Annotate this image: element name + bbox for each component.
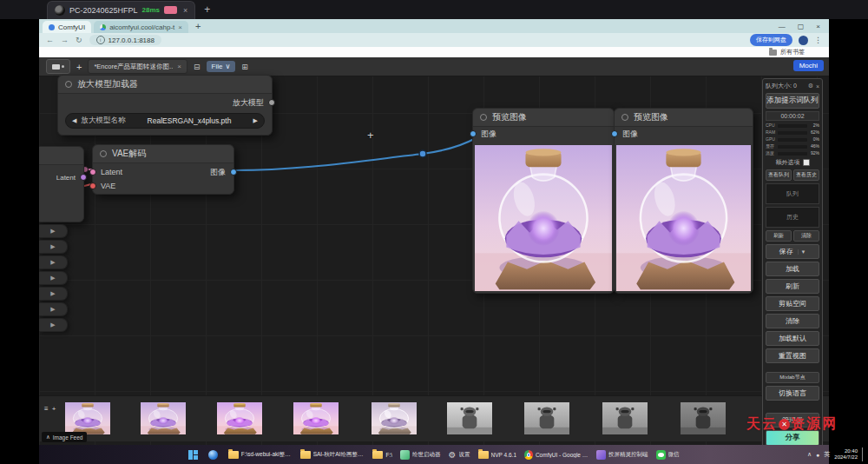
next-value-icon[interactable]: ▶: [253, 117, 258, 124]
profile-avatar[interactable]: [799, 36, 808, 45]
feed-thumbnail[interactable]: [141, 402, 186, 434]
collapse-dot-icon[interactable]: [621, 114, 628, 121]
taskbar-folder-3[interactable]: F:\: [372, 451, 392, 459]
collapsed-node[interactable]: ▶: [39, 224, 68, 238]
feed-thumbnail[interactable]: [65, 402, 110, 434]
file-menu-button[interactable]: File ∨: [207, 61, 236, 72]
feed-thumbnail[interactable]: [372, 402, 417, 434]
taskbar-folder-4[interactable]: NVP 4.6.1: [478, 451, 517, 459]
taskbar-app[interactable]: 投屏精灵控制端: [596, 450, 648, 460]
node-preview-image-1[interactable]: 预览图像 图像: [472, 108, 615, 294]
upscale-model-name-widget[interactable]: ◀ 放大模型名称 RealESRGAN_x4plus.pth ▶: [65, 113, 265, 129]
vae-input-slot[interactable]: [89, 182, 96, 189]
image-output-slot[interactable]: [230, 169, 237, 176]
workflows-button[interactable]: [46, 59, 70, 74]
taskbar-wechat[interactable]: 微信: [656, 450, 680, 460]
start-button[interactable]: [188, 450, 201, 460]
new-session-button[interactable]: +: [204, 3, 210, 16]
taskbar-folder-2[interactable]: SAI-秋叶AI绘画整合包: [300, 451, 365, 459]
load-default-button[interactable]: 加载默认: [766, 331, 819, 346]
view-queue-button[interactable]: 查看队列: [766, 169, 792, 181]
feed-thumbnail[interactable]: [447, 402, 492, 434]
site-info-icon[interactable]: i: [96, 36, 105, 44]
browser-menu-icon[interactable]: ⋮: [814, 36, 822, 44]
collapsed-node[interactable]: ▶: [39, 287, 68, 301]
node-upscale-model-loader[interactable]: 放大模型加载器 放大模型 ◀ 放大模型名称 RealESRGAN_x4plus.…: [57, 75, 273, 136]
forward-icon[interactable]: →: [61, 36, 69, 44]
node-preview-image-2[interactable]: 预览图像 图像: [614, 108, 753, 294]
comfyui-canvas[interactable]: + *Encore产品草图转迷你图.. × ⊟ File ∨ ⊞ Mochi L…: [39, 57, 829, 445]
feed-thumbnail[interactable]: [681, 402, 726, 434]
close-panel-icon[interactable]: ×: [816, 83, 819, 89]
feed-pin-icon[interactable]: +: [52, 405, 56, 413]
taskbar-browser[interactable]: [208, 450, 220, 460]
workflow-tab[interactable]: *Encore产品草图转迷你图.. ×: [88, 59, 187, 74]
close-session-icon[interactable]: ×: [183, 6, 187, 15]
mixlab-nodes-button[interactable]: Mixlab节点: [766, 372, 819, 383]
prev-value-icon[interactable]: ◀: [72, 117, 76, 124]
close-tab-icon[interactable]: ×: [178, 23, 182, 31]
maximize-window-icon[interactable]: ▢: [798, 23, 805, 30]
taskbar-folder-1[interactable]: F:\sd-webui-aki整合包: [228, 451, 293, 459]
back-icon[interactable]: ←: [46, 36, 54, 44]
image-input-slot[interactable]: [470, 130, 477, 137]
tray-expand-icon[interactable]: ∧: [807, 451, 812, 458]
node-partial-left[interactable]: Latent: [39, 146, 84, 222]
all-bookmarks-button[interactable]: 所有书签: [769, 48, 805, 56]
refresh-small-button[interactable]: 刷新: [766, 230, 792, 242]
browser-tab-comfyui[interactable]: ComfyUI: [43, 21, 91, 33]
mochi-button[interactable]: Mochi: [793, 60, 824, 71]
feed-thumbnail[interactable]: [524, 402, 569, 434]
collapsed-node[interactable]: ▶: [39, 255, 68, 269]
remote-session-tab[interactable]: PC-20240625HFPL 28ms ×: [47, 1, 195, 19]
collapse-dot-icon[interactable]: [480, 114, 487, 121]
save-button[interactable]: 保存 ▼: [766, 244, 819, 259]
image-feed-label[interactable]: ∧ Image Feed: [42, 432, 87, 442]
settings-gear-icon[interactable]: ⚙: [808, 83, 813, 89]
save-workflow-icon[interactable]: ⊟: [194, 63, 201, 71]
upscale-model-output-slot[interactable]: [268, 99, 275, 106]
taskbar-settings[interactable]: ⚙设置: [449, 450, 470, 460]
feed-thumbnail[interactable]: [602, 402, 648, 434]
clear-small-button[interactable]: 清除: [793, 230, 819, 242]
clipspace-button[interactable]: 剪贴空间: [766, 296, 819, 311]
load-button[interactable]: 加载: [766, 262, 819, 276]
show-desktop-button[interactable]: [862, 447, 865, 461]
collapsed-node[interactable]: ▶: [39, 271, 68, 285]
collapse-dot-icon[interactable]: [65, 81, 72, 88]
switch-language-button[interactable]: 切换语言: [766, 386, 819, 401]
extension-badge[interactable]: 保存到网盘: [750, 34, 792, 46]
refresh-button[interactable]: 刷新: [766, 279, 819, 294]
clock[interactable]: 20:40 2024/7/22: [834, 448, 858, 461]
feed-thumbnail[interactable]: [217, 402, 262, 434]
close-workflow-icon[interactable]: ×: [177, 63, 181, 70]
latent-input-slot[interactable]: [89, 169, 96, 176]
layout-grid-icon[interactable]: ⊞: [241, 63, 248, 71]
address-bar[interactable]: i 127.0.0.1:8188: [89, 35, 161, 45]
latent-output-slot[interactable]: [80, 174, 87, 181]
taskbar-chrome[interactable]: ComfyUI - Google Chro: [524, 450, 589, 460]
new-tab-button[interactable]: +: [195, 21, 201, 31]
browser-tab-secondary[interactable]: aicomfyui.cool/cahp-t ×: [94, 21, 188, 33]
feed-list-icon[interactable]: ≡: [44, 405, 49, 413]
clear-button[interactable]: 清除: [766, 314, 819, 328]
collapsed-node[interactable]: ▶: [39, 318, 68, 332]
ime-indicator[interactable]: 英: [824, 450, 830, 459]
reload-icon[interactable]: ↻: [76, 36, 82, 44]
feed-thumbnail[interactable]: [293, 402, 339, 434]
collapsed-node[interactable]: ▶: [39, 240, 68, 254]
close-window-icon[interactable]: ×: [816, 23, 820, 30]
extra-options-checkbox[interactable]: [803, 159, 810, 166]
reset-view-button[interactable]: 重置视图: [766, 348, 819, 363]
new-workflow-button[interactable]: +: [76, 62, 82, 72]
collapsed-node[interactable]: ▶: [39, 302, 68, 316]
node-vae-decode[interactable]: VAE解码 Latent 图像 VAE: [92, 144, 234, 195]
minimize-window-icon[interactable]: —: [779, 23, 786, 30]
collapse-dot-icon[interactable]: [100, 150, 107, 157]
taskbar-launcher[interactable]: 绘世启动器: [400, 450, 441, 460]
view-history-button[interactable]: 查看历史: [793, 169, 819, 181]
tray-status-icon[interactable]: ●: [816, 452, 819, 458]
image-input-slot[interactable]: [611, 130, 618, 137]
queue-prompt-button[interactable]: 添加提示词队列: [766, 93, 819, 109]
save-dropdown-icon[interactable]: ▼: [798, 249, 806, 255]
